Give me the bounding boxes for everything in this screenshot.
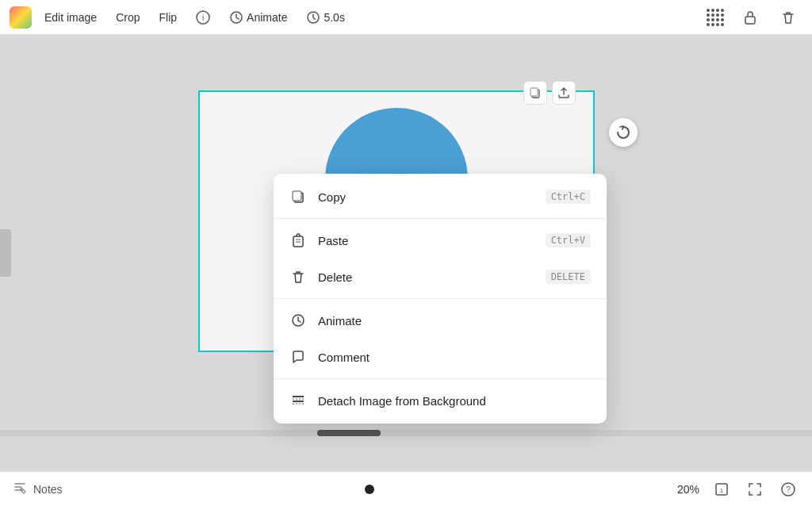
crop-button[interactable]: Crop: [109, 8, 146, 27]
toolbar: Edit image Crop Flip i Animate 5.0s: [0, 0, 812, 35]
notes-icon: [13, 481, 27, 498]
timeline-dot[interactable]: [365, 485, 374, 494]
export-float-icon: [557, 86, 570, 99]
export-float-button[interactable]: [552, 81, 576, 105]
animate-menu-icon: [289, 312, 307, 329]
pages-button[interactable]: 1: [710, 478, 733, 500]
notes-label[interactable]: Notes: [33, 483, 63, 496]
svg-rect-4: [745, 17, 755, 24]
duration-button[interactable]: 5.0s: [300, 7, 350, 28]
flip-button[interactable]: Flip: [153, 8, 184, 27]
svg-rect-8: [293, 191, 301, 201]
menu-item-detach[interactable]: Detach Image from Background: [274, 382, 607, 419]
menu-item-comment[interactable]: Comment: [274, 339, 607, 375]
notes-section: Notes: [13, 481, 63, 498]
app-logo[interactable]: [10, 6, 32, 29]
info-button[interactable]: i: [190, 7, 216, 28]
info-icon: i: [196, 10, 210, 25]
rotate-handle[interactable]: [609, 118, 638, 147]
fullscreen-button[interactable]: [744, 478, 766, 500]
grid-dots-icon: [707, 9, 724, 26]
horizontal-scrollbar[interactable]: [0, 430, 812, 436]
lock-icon: [742, 10, 758, 25]
timeline-section: [63, 485, 677, 494]
svg-rect-6: [530, 88, 538, 96]
copy-menu-icon: [289, 188, 307, 205]
grid-dots-button[interactable]: [704, 6, 726, 29]
animate-button[interactable]: Animate: [223, 7, 293, 28]
paste-shortcut: Ctrl+V: [546, 233, 591, 247]
menu-divider-1: [274, 218, 607, 219]
delete-shortcut: DELETE: [546, 270, 591, 284]
hat-illustration: [325, 108, 468, 179]
context-menu: Copy Ctrl+C Paste Ctrl+V: [274, 174, 607, 424]
menu-divider-3: [274, 378, 607, 379]
scrollbar-thumb[interactable]: [317, 430, 381, 436]
copy-shortcut: Ctrl+C: [546, 190, 591, 204]
menu-item-delete[interactable]: Delete DELETE: [274, 259, 607, 295]
copy-float-icon: [529, 86, 542, 99]
clock-icon: [306, 10, 320, 25]
fullscreen-icon: [747, 481, 763, 497]
pages-icon: 1: [714, 481, 730, 497]
svg-text:i: i: [202, 13, 204, 22]
svg-text:?: ?: [786, 485, 791, 494]
copy-float-button[interactable]: [523, 81, 547, 105]
rotate-icon: [615, 124, 632, 141]
canvas-area[interactable]: Copy Ctrl+C Paste Ctrl+V: [0, 35, 812, 471]
delete-menu-icon: [289, 268, 307, 286]
menu-divider-2: [274, 298, 607, 299]
zoom-level: 20%: [677, 483, 699, 496]
paste-menu-icon: [289, 232, 307, 249]
lock-button[interactable]: [736, 6, 764, 29]
toolbar-right: [704, 6, 802, 29]
svg-text:1: 1: [720, 487, 724, 494]
trash-button[interactable]: [774, 6, 802, 29]
comment-menu-icon: [289, 348, 307, 366]
detach-menu-icon: [289, 392, 307, 409]
menu-item-copy[interactable]: Copy Ctrl+C: [274, 178, 607, 215]
trash-icon: [780, 10, 796, 25]
float-action-icons: [523, 81, 576, 105]
menu-item-animate[interactable]: Animate: [274, 302, 607, 339]
left-sidebar-handle[interactable]: [0, 229, 11, 277]
bottom-bar: Notes 20% 1 ?: [0, 471, 812, 506]
menu-item-paste[interactable]: Paste Ctrl+V: [274, 222, 607, 259]
edit-image-button[interactable]: Edit image: [38, 8, 103, 27]
animate-icon: [229, 10, 243, 25]
bottom-right-controls: 20% 1 ?: [677, 478, 799, 500]
help-icon: ?: [780, 481, 796, 497]
help-button[interactable]: ?: [777, 478, 799, 500]
